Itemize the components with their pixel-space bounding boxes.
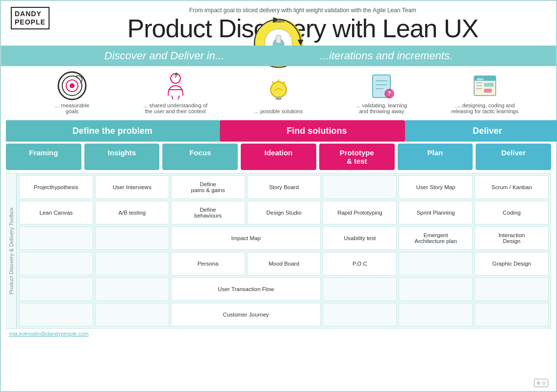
icon-label-shared: ... shared understanding ofthe user and … [131, 102, 220, 114]
phase-define-label: Define the problem [73, 126, 152, 136]
svg-line-13 [172, 96, 173, 99]
icon-label-validating: ... validating, learningand throwing awa… [337, 102, 426, 114]
tool-define-behaviours: Define behaviours [171, 201, 245, 224]
tool-rapid-prototyping: Rapid Prototyping [323, 201, 397, 224]
subtitle: From impact goal to sliced delivery with… [59, 7, 546, 14]
svg-point-10 [70, 83, 75, 88]
step-deliver[interactable]: Deliver [476, 144, 551, 170]
tool-empty-r5c2 [95, 277, 169, 301]
phase-find-label: Find solutions [287, 126, 347, 136]
header: DANDY PEOPLE From impact goal to sliced … [1, 1, 556, 46]
tool-mood-board: Mood Board [247, 252, 321, 275]
tool-emergent-arch: Emergent Architecture plan [399, 226, 473, 250]
document-icon: ? [367, 71, 396, 100]
tool-user-transaction-flow: User Transaction Flow [171, 277, 321, 301]
tool-user-interviews: User Interviews [95, 175, 169, 199]
phases-row: Define the problem Find solutions Delive… [6, 120, 551, 142]
tool-empty-r5c7 [475, 277, 549, 301]
icon-item-solutions: ... possible solutions [234, 77, 323, 114]
tool-empty-r4c2 [95, 252, 169, 275]
phase-define: Define the problem [6, 120, 228, 142]
tool-empty-r6c2 [95, 303, 169, 326]
steps-row: Framing Insights Focus Ideation Prototyp… [6, 144, 551, 170]
banner-text: Discover and Deliver in... ...iterations… [104, 49, 453, 62]
tool-coding: Coding [475, 201, 549, 224]
tool-sprint-planning: Sprint Planning [399, 201, 473, 224]
tool-lean-canvas: Lean Canvas [19, 201, 93, 224]
tool-empty-r5c1 [19, 277, 93, 301]
icon-item-goals: ... measurable goals [28, 71, 116, 114]
tool-empty-r6c6 [399, 303, 473, 326]
tool-design-studio: Design Studio [247, 201, 321, 224]
tool-empty-r3c1 [19, 226, 93, 250]
svg-rect-3 [276, 35, 281, 43]
phase-find: Find solutions [220, 120, 413, 142]
tool-empty-r4c6 [399, 252, 473, 275]
tool-graphic-design: Graphic Design [475, 252, 549, 275]
tool-scrum-kanban: Scrum / Kanban [475, 175, 549, 199]
svg-text:abc: abc [477, 77, 484, 81]
svg-text:?: ? [388, 90, 391, 97]
tool-empty-r4c1 [19, 252, 93, 275]
svg-point-15 [271, 82, 286, 98]
icons-row: ... measurable goals ... shared understa… [1, 66, 556, 117]
svg-rect-17 [276, 98, 281, 100]
icon-item-validating: ? ... validating, learningand throwing a… [337, 71, 426, 114]
tool-empty-r5c5 [323, 277, 397, 301]
tool-poc: P.O.C [323, 252, 397, 275]
icon-label-goals: ... measurable goals [28, 102, 116, 114]
tool-empty-r6c5 [323, 303, 397, 326]
step-insights[interactable]: Insights [84, 144, 160, 170]
tool-impact-map: Impact Map [171, 226, 321, 250]
step-plan[interactable]: Plan [398, 144, 473, 170]
icon-item-designing: abc .... designing, coding andreleasing … [441, 71, 529, 114]
tool-empty-r5c6 [399, 277, 473, 301]
tool-projecthypothesis: Projecthypothesis [19, 175, 93, 199]
icon-item-shared: ... shared understanding ofthe user and … [131, 71, 220, 114]
brand-line1: DANDY [15, 10, 46, 18]
toolbox-wrapper: Product Disovery & Delivery Toolbox Proj… [6, 173, 551, 329]
toolbox-grid: Projecthypothesis User Interviews Define… [17, 173, 551, 329]
tool-usability-test: Usability test [323, 226, 397, 250]
svg-line-20 [283, 81, 285, 83]
tool-story-board: Story Board [247, 175, 321, 199]
toolbox-label: Product Disovery & Delivery Toolbox [6, 173, 17, 329]
phase-deliver: Deliver [405, 120, 557, 142]
tool-user-story-map: User Story Map [399, 175, 473, 199]
coding-icon: abc [470, 71, 500, 100]
step-focus[interactable]: Focus [162, 144, 238, 170]
footer: mia.kolmodin@dandypeople.com [1, 329, 556, 339]
teal-banner: Discover and Deliver in... ...iterations… [1, 46, 556, 66]
cc-icon: ⊕ ⊙ [534, 379, 548, 387]
tool-define-pains: Define pains & gains [171, 175, 245, 199]
svg-rect-30 [484, 83, 494, 87]
tool-empty-r3c2 [95, 226, 169, 250]
svg-line-14 [178, 96, 179, 99]
tool-empty-r1c5 [323, 175, 397, 199]
tool-empty-r6c7 [475, 303, 549, 326]
brand-logo: DANDY PEOPLE [11, 7, 50, 29]
icon-label-designing: .... designing, coding andreleasing for … [441, 102, 529, 114]
svg-rect-31 [484, 89, 492, 93]
target-icon [57, 71, 87, 100]
phase-deliver-label: Deliver [473, 126, 502, 136]
tool-interaction-design: Interaction Design [475, 226, 549, 250]
person-icon [161, 71, 190, 100]
step-framing[interactable]: Framing [6, 144, 81, 170]
icon-label-solutions: ... possible solutions [234, 108, 323, 114]
svg-line-19 [272, 81, 274, 83]
tool-empty-r6c1 [19, 303, 93, 326]
brand-line2: PEOPLE [15, 18, 46, 26]
tool-persona: Persona [171, 252, 245, 275]
tool-ab-testing: A/B testing [95, 201, 169, 224]
bulb-icon [264, 77, 293, 106]
step-prototype-test[interactable]: Prototype & test [319, 144, 395, 170]
step-ideation[interactable]: Ideation [241, 144, 316, 170]
footer-email[interactable]: mia.kolmodin@dandypeople.com [9, 331, 89, 337]
main-container: DANDY PEOPLE From impact goal to sliced … [0, 0, 557, 392]
tool-customer-journey: Customer Journey [171, 303, 321, 326]
